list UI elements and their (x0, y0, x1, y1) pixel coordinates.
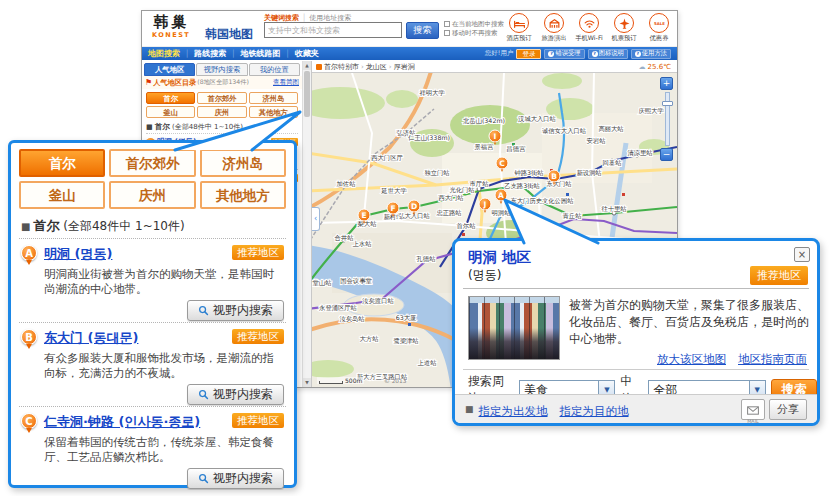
sidebar-tab-1[interactable]: 人气地区 (144, 63, 195, 76)
map-label: 延世大学 (380, 187, 407, 194)
login-button[interactable]: 登录 (516, 49, 541, 59)
popup-subtitle: (명동) (468, 267, 501, 284)
magnifier-icon (198, 389, 209, 400)
map-label: 市厅站 (470, 180, 490, 187)
nav-item-2[interactable]: 路线搜索 (194, 48, 226, 59)
quick-link-theater[interactable]: 旅游演出 (540, 13, 568, 43)
map-label: 仁王山(338m) (408, 134, 450, 141)
map-label: 新设洞站 (576, 169, 602, 177)
nav-item-1[interactable]: 地图搜索 (148, 48, 180, 59)
region-tab-3[interactable]: 济州岛 (249, 92, 298, 104)
mail-button[interactable]: MAIL (741, 399, 765, 420)
region-tab-grid-large: 首尔首尔郊外济州岛釜山庆州其他地方 (19, 149, 286, 209)
map-label: 汝矣渡口站 (362, 297, 394, 305)
region-tab-6[interactable]: 其他地方 (200, 181, 286, 209)
search-mode-tab-2[interactable]: 使用地址搜索 (309, 14, 351, 22)
map-label: 回基站 (603, 159, 623, 167)
divider (463, 288, 809, 289)
map-label: 汉城大入口站 (518, 115, 556, 123)
map-label: 加佐站 (337, 180, 357, 187)
svg-text:F: F (390, 204, 395, 213)
map-label: 明洞站 (492, 209, 512, 217)
scroll-up-icon[interactable]: ▲ (303, 61, 311, 70)
quick-link-wifi[interactable]: 手机Wi-Fi (575, 13, 603, 43)
sidebar-collapse-button[interactable]: ‹ (312, 207, 320, 231)
region-tab-1[interactable]: 首尔 (146, 92, 195, 104)
checkbox[interactable] (444, 21, 450, 27)
separator: › (389, 63, 392, 71)
region-tab-4[interactable]: 釜山 (19, 181, 105, 209)
area-title-link[interactable]: 明洞 (명동) (44, 245, 112, 262)
region-tab-3[interactable]: 济州岛 (200, 149, 286, 177)
quick-link-plane[interactable]: 机票预订 (610, 13, 638, 43)
nav-item-4[interactable]: 收藏夹 (295, 48, 319, 59)
logo[interactable]: 韩巢 KONEST (152, 14, 190, 39)
map-zoom-control: + − (660, 77, 674, 161)
region-tab-5[interactable]: 庆州 (109, 181, 195, 209)
search-mode-tab-1[interactable]: 关键词搜索 (264, 14, 299, 22)
svg-text:D: D (411, 202, 417, 211)
search-input[interactable] (264, 22, 402, 38)
zoom-slider[interactable] (665, 92, 670, 146)
search-button[interactable]: 搜索 (406, 22, 439, 39)
map-label: 永登浦区厅站 (319, 304, 357, 312)
scroll-down-icon[interactable]: ▼ (303, 378, 311, 387)
result-count: (全部48件中 1~10件) (172, 123, 243, 131)
info-icon: ? (548, 51, 554, 57)
zoom-slider-handle[interactable] (662, 101, 673, 106)
svg-text:I: I (494, 132, 497, 141)
sidebar-tab-3[interactable]: 我的位置 (249, 63, 300, 76)
area-title-link[interactable]: 东大门 (동대문) (44, 329, 138, 346)
region-tab-6[interactable]: 其他地方 (249, 106, 298, 118)
svg-text:A: A (498, 191, 504, 200)
nav-mini-button-3[interactable]: ?使用方法 (631, 49, 671, 59)
sidebar-scrollbar[interactable]: ▲ ▼ (302, 61, 311, 387)
svg-text:B: B (551, 172, 557, 181)
scrollbar-thumb[interactable] (304, 71, 310, 117)
close-icon[interactable]: × (794, 247, 810, 262)
weather: ☁ 25.6℃ (639, 63, 673, 71)
nav-mini-button-1[interactable]: ?错误受理 (544, 49, 584, 59)
main-navbar: 地图搜索│路线搜索│地铁线路图│收藏夹 您好!用户 登录 ?错误受理?图标说明?… (142, 47, 677, 60)
share-button[interactable]: 分享 (769, 399, 807, 420)
map-label: 清凉里站 (627, 149, 653, 157)
separator: │ (302, 14, 306, 22)
zoom-in-button[interactable]: + (660, 77, 673, 90)
search-in-view-button[interactable]: 视野内搜索 (187, 384, 284, 405)
area-list-callout: 首尔首尔郊外济州岛釜山庆州其他地方 ■首尔 (全部48件中 1~10件) A明洞… (8, 140, 297, 488)
quick-link-bed[interactable]: 酒店预订 (505, 13, 533, 43)
quick-link-sale[interactable]: SALE优惠券 (645, 13, 673, 43)
checkbox[interactable] (444, 30, 450, 36)
location-icon (316, 64, 322, 70)
recommended-badge: 推荐地区 (232, 329, 284, 344)
region-tab-2[interactable]: 首尔郊外 (197, 92, 246, 104)
scale-bar (319, 381, 343, 384)
view-link[interactable]: 查看简图 (273, 78, 299, 87)
svg-text:J: J (483, 200, 487, 209)
bullet: ■ (146, 123, 153, 131)
route-link-2[interactable]: 指定为目的地 (560, 404, 629, 418)
search-options: 在当前地图中搜索移动时不再搜索 (444, 20, 504, 38)
region-tab-4[interactable]: 釜山 (146, 106, 195, 118)
route-link-1[interactable]: 指定为出发地 (479, 404, 548, 418)
region-tab-grid: 首尔首尔郊外济州岛釜山庆州其他地方 (146, 92, 298, 118)
zoom-out-button[interactable]: − (660, 148, 673, 161)
popup-link-1[interactable]: 放大该区地图 (657, 352, 726, 366)
region-tab-2[interactable]: 首尔郊外 (109, 149, 195, 177)
region-tab-1[interactable]: 首尔 (19, 149, 105, 177)
map-label: 63大厦 (396, 314, 417, 322)
search-in-view-button[interactable]: 视野内搜索 (187, 468, 284, 489)
map-label: 高丽大站 (598, 125, 624, 133)
region-tab-5[interactable]: 庆州 (197, 106, 246, 118)
map-label: 国会议事堂 (340, 277, 372, 285)
area-title-link[interactable]: 仁寺洞·钟路 (인사동·종로) (44, 413, 200, 430)
map-label: 祥明大学 (419, 89, 445, 96)
nav-item-3[interactable]: 地铁线路图 (240, 48, 280, 59)
nav-mini-button-2[interactable]: ?图标说明 (588, 49, 628, 59)
search-in-view-button[interactable]: 视野内搜索 (187, 300, 284, 321)
logo-main: 韩巢 (152, 14, 190, 31)
area-list-item: C仁寺洞·钟路 (인사동·종로)推荐地区保留着韩国的传统古韵，传统茶屋、韩定食餐… (19, 406, 286, 490)
map-label: 梨大站 (358, 220, 378, 227)
sidebar-tab-2[interactable]: 视野内搜索 (196, 63, 247, 76)
popup-link-2[interactable]: 地区指南页面 (738, 352, 807, 366)
